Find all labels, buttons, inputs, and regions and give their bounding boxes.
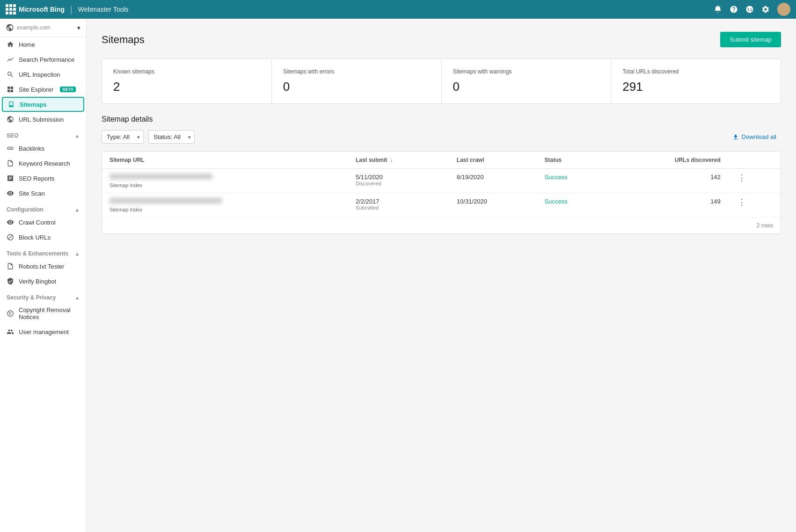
sidebar-label-seo-reports: SEO Reports — [19, 175, 55, 182]
seo-section-header[interactable]: SEO ▲ — [0, 127, 86, 141]
more-cell-2: ⋮ — [728, 193, 781, 218]
sort-arrow: ↓ — [390, 157, 393, 163]
settings-icon[interactable] — [761, 5, 770, 14]
copyright-icon — [7, 310, 14, 317]
crawl-date-cell-1: 8/19/2020 — [449, 169, 537, 193]
sidebar-item-verify-bingbot[interactable]: Verify Bingbot — [0, 274, 86, 289]
type-filter-wrap: Type: All — [102, 130, 144, 144]
tools-section-header[interactable]: Tools & Enhancements ▲ — [0, 245, 86, 259]
sitemap-url-cell-1: Sitemap Index — [102, 169, 348, 193]
sidebar-label-backlinks: Backlinks — [19, 145, 44, 152]
sidebar-item-site-scan[interactable]: Site Scan — [0, 186, 86, 201]
more-button-1[interactable]: ⋮ — [736, 174, 748, 182]
sidebar-item-block-urls[interactable]: Block URLs — [0, 230, 86, 245]
app-body: example.com ▾ Home Search Performance UR… — [0, 19, 796, 532]
stat-label-total-urls: Total URLs discovered — [622, 68, 769, 75]
stat-label-warnings: Sitemaps with warnings — [453, 68, 600, 75]
page-title: Sitemaps — [102, 34, 145, 46]
topbar-divider: | — [70, 5, 73, 15]
globe-sub-icon — [7, 116, 14, 123]
table-row: Sitemap Index 2/2/2017 Submitted 10/31/2… — [102, 193, 781, 218]
beta-badge: BETA — [60, 87, 76, 92]
feedback-icon[interactable] — [745, 5, 754, 14]
submit-sub-1: Discovered — [356, 181, 442, 186]
urls-cell-1: 142 — [610, 169, 728, 193]
submit-date-cell-2: 2/2/2017 Submitted — [348, 193, 449, 218]
verify-icon — [7, 277, 14, 285]
crawl-date-cell-2: 10/31/2020 — [449, 193, 537, 218]
stat-value-warnings: 0 — [453, 80, 600, 94]
col-last-submit: Last submit ↓ — [348, 152, 449, 169]
security-section-header[interactable]: Security & Privacy ▲ — [0, 289, 86, 303]
help-icon[interactable] — [730, 5, 738, 14]
config-chevron: ▲ — [75, 207, 80, 212]
sidebar-label-crawl-control: Crawl Control — [19, 219, 56, 226]
scan-icon — [7, 189, 14, 197]
stat-label-known: Known sitemaps — [113, 68, 260, 75]
submit-sub-2: Submitted — [356, 205, 442, 211]
col-status: Status — [537, 152, 611, 169]
site-selector[interactable]: example.com ▾ — [0, 19, 86, 37]
sidebar-item-robots-tester[interactable]: Robots.txt Tester — [0, 259, 86, 274]
site-selector-chevron: ▾ — [77, 24, 80, 31]
sidebar-item-user-management[interactable]: User management — [0, 324, 86, 339]
sitemap-details-title: Sitemap details — [102, 115, 781, 124]
type-filter[interactable]: Type: All — [102, 130, 144, 144]
col-actions — [728, 152, 781, 169]
sidebar-label-copyright-removal: Copyright Removal Notices — [19, 306, 80, 321]
status-cell-2: Success — [537, 193, 611, 218]
keyword-icon — [7, 160, 14, 167]
page-header: Sitemaps Submit sitemap — [102, 32, 781, 47]
sidebar-label-robots-tester: Robots.txt Tester — [19, 263, 64, 270]
sitemaps-table-container: Sitemap URL Last submit ↓ Last crawl Sta… — [102, 151, 781, 234]
site-url-text: example.com — [17, 24, 74, 31]
sidebar-item-crawl-control[interactable]: Crawl Control — [0, 215, 86, 230]
tools-chevron: ▲ — [75, 251, 80, 256]
main-content: Sitemaps Submit sitemap Known sitemaps 2… — [87, 19, 796, 532]
status-filter[interactable]: Status: All — [148, 130, 195, 144]
topbar-right — [714, 3, 790, 16]
rows-count: 2 rows — [102, 217, 781, 233]
sidebar-label-home: Home — [19, 41, 35, 48]
config-section-header[interactable]: Configuration ▲ — [0, 201, 86, 215]
stat-value-errors: 0 — [283, 80, 430, 94]
sidebar-item-backlinks[interactable]: Backlinks — [0, 141, 86, 156]
status-filter-wrap: Status: All — [148, 130, 195, 144]
sidebar-item-url-inspection[interactable]: URL Inspection — [0, 67, 86, 82]
sitemap-details-section: Sitemap details Type: All Status: All Do… — [102, 115, 781, 234]
config-section-label: Configuration — [7, 206, 44, 213]
app-logo[interactable]: Microsoft Bing — [6, 4, 65, 15]
tools-section-label: Tools & Enhancements — [7, 250, 68, 257]
more-button-2[interactable]: ⋮ — [736, 198, 748, 206]
download-all-button[interactable]: Download all — [728, 131, 781, 143]
sidebar-item-sitemaps[interactable]: Sitemaps — [2, 97, 84, 112]
sidebar-item-search-performance[interactable]: Search Performance — [0, 52, 86, 67]
sidebar-item-home[interactable]: Home — [0, 37, 86, 52]
crawl-icon — [7, 219, 14, 226]
more-cell-1: ⋮ — [728, 169, 781, 193]
sidebar-item-seo-reports[interactable]: SEO Reports — [0, 171, 86, 186]
topbar: Microsoft Bing | Webmaster Tools — [0, 0, 796, 19]
grid-icon — [7, 86, 14, 93]
sitemap-icon — [7, 101, 15, 108]
report-icon — [7, 175, 14, 182]
users-icon — [7, 328, 14, 335]
sidebar-item-url-submission[interactable]: URL Submission — [0, 112, 86, 127]
download-icon — [732, 134, 739, 140]
col-urls-discovered: URLs discovered — [610, 152, 728, 169]
download-all-label: Download all — [742, 133, 776, 140]
sitemap-type-1: Sitemap Index — [110, 182, 341, 188]
user-avatar[interactable] — [777, 3, 790, 16]
notification-icon[interactable] — [714, 5, 722, 14]
sidebar-item-copyright-removal[interactable]: Copyright Removal Notices — [0, 303, 86, 324]
sidebar-item-keyword-research[interactable]: Keyword Research — [0, 156, 86, 171]
stat-errors: Sitemaps with errors 0 — [272, 59, 442, 103]
sidebar-label-user-management: User management — [19, 328, 69, 335]
sidebar-item-site-explorer[interactable]: Site Explorer BETA — [0, 82, 86, 97]
stat-total-urls: Total URLs discovered 291 — [611, 59, 781, 103]
security-chevron: ▲ — [75, 295, 80, 300]
sidebar-label-site-explorer: Site Explorer — [19, 86, 53, 93]
col-sitemap-url: Sitemap URL — [102, 152, 348, 169]
submit-sitemap-button[interactable]: Submit sitemap — [720, 32, 781, 47]
status-badge-2: Success — [545, 198, 568, 205]
